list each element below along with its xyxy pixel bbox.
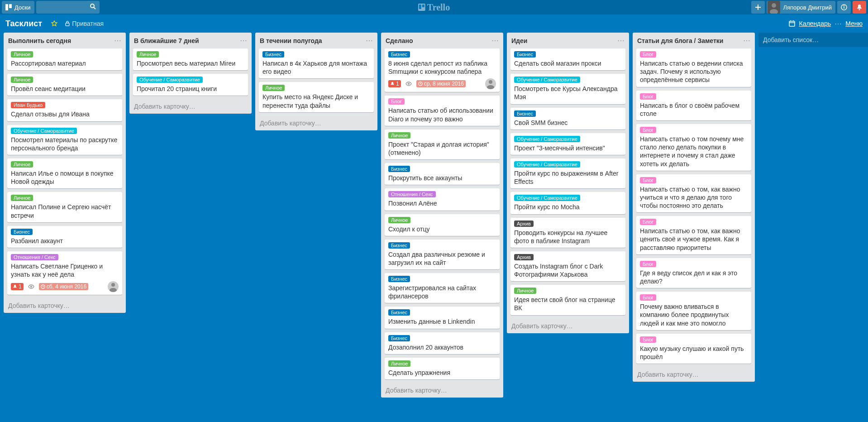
card[interactable]: ЛичноеСделать упражнения [385, 358, 500, 379]
card[interactable]: БизнесИзменить данные в Linkendin [385, 307, 500, 328]
card-labels: Блог [640, 219, 748, 225]
card-labels: Обучение / Саморазвитие [11, 128, 119, 134]
card[interactable]: БизнесНаписал в 4к Харьков для монтажа е… [259, 48, 374, 78]
avatar [768, 1, 780, 14]
card[interactable]: БизнесСвой SMM бизнес [510, 108, 625, 129]
card[interactable]: ЛичноеРассортировал материал [7, 48, 122, 70]
card[interactable]: БизнесПрокрутить все аккаунты [385, 163, 500, 185]
card-text: Какую музыку слушаю и какой путь прошёл [640, 345, 748, 361]
star-button[interactable] [48, 19, 61, 29]
list-title[interactable]: Выполнить сегодня [8, 37, 71, 44]
list-menu-icon[interactable]: ⋯ [366, 36, 373, 45]
add-card-button[interactable]: Добавить карточку… [507, 319, 629, 333]
card[interactable]: ЛичноеПровёл сеанс медитации [7, 74, 122, 96]
list-menu-icon[interactable]: ⋯ [114, 36, 121, 45]
notifications-button[interactable] [853, 1, 866, 14]
user-menu[interactable]: Ляпоров Дмитрий [767, 1, 835, 14]
card[interactable]: БлогКакую музыку слушаю и какой путь про… [636, 334, 751, 364]
card-labels: Бизнес [11, 229, 119, 235]
list-header: Статьи для блога / Заметки⋯ [633, 33, 755, 48]
add-button[interactable] [751, 1, 765, 14]
boards-button[interactable]: Доски [2, 1, 34, 14]
card[interactable]: ЛичноеНаписал Полине и Сергею насчёт вст… [7, 192, 122, 222]
card[interactable]: БлогНаписать статью о том, как важно учи… [636, 174, 751, 213]
card-badges: 1 ср, 8 июня 2016 [388, 78, 496, 89]
card[interactable]: АрхивПроводить конкурсы на лучшее фото в… [510, 218, 625, 248]
card-labels: Личное [137, 51, 244, 58]
card[interactable]: ЛичноеИдея вести свой блог на странице В… [510, 285, 625, 315]
card[interactable]: Обучение / СаморазвитиеПрочитал 20 стран… [133, 74, 248, 96]
trello-logo[interactable]: Trello [418, 2, 450, 13]
card[interactable]: ЛичноеНаписал Илье о помощи в покупке Но… [7, 158, 122, 188]
list-menu-icon[interactable]: ⋯ [743, 36, 750, 45]
card[interactable]: БлогНаписать статью об использовании Dia… [385, 96, 500, 125]
card[interactable]: БизнесРазбанил аккаунт [7, 226, 122, 248]
privacy-button[interactable]: Приватная [61, 18, 107, 29]
add-card-button[interactable]: Добавить карточку… [129, 99, 252, 114]
card[interactable]: БлогНаписать в блог о своём рабочем стол… [636, 91, 751, 120]
card[interactable]: БлогНаписать статью о ведении списка зад… [636, 48, 751, 87]
card-labels: Бизнес [388, 242, 496, 249]
card[interactable]: Обучение / СаморазвитиеПосмотрел материа… [7, 125, 122, 155]
list-title[interactable]: Статьи для блога / Заметки [637, 37, 723, 44]
label: Личное [11, 77, 33, 83]
label: Личное [11, 161, 33, 168]
card[interactable]: Иван БудькоСделал отзывы для Ивана [7, 99, 122, 121]
info-button[interactable] [837, 1, 851, 14]
card[interactable]: БизнесСоздал два различных резюме и загр… [385, 240, 500, 269]
card-text: Просмотрел весь материал Mirеи [137, 59, 244, 67]
member-avatar[interactable] [485, 78, 496, 89]
list-title[interactable]: В ближайшие 7 дней [134, 37, 199, 44]
card[interactable]: ЛичноеПроект "Старая и долгая история" (… [385, 129, 500, 159]
list-title[interactable]: В течении полугода [260, 37, 322, 44]
notification-badge: 1 [11, 283, 24, 290]
svg-rect-0 [5, 4, 8, 10]
card-labels: Личное [514, 288, 622, 294]
card[interactable]: БлогГде я веду список дел и как я это де… [636, 258, 751, 288]
card[interactable]: БлогНаписать статью о том, как важно цен… [636, 216, 751, 254]
card-labels: Блог [640, 93, 748, 100]
due-badge: сб, 4 июня 2016 [39, 283, 88, 290]
add-card-button[interactable]: Добавить карточку… [4, 298, 126, 313]
card-labels: Иван Будько [11, 102, 119, 108]
add-card-button[interactable]: Добавить карточку… [381, 383, 503, 398]
label: Бизнес [11, 229, 33, 235]
member-avatar[interactable] [108, 281, 119, 292]
card[interactable]: БлогНаписать статью о том почему мне ста… [636, 124, 751, 171]
card[interactable]: БизнесДозаполнил 20 аккаунтов [385, 332, 500, 354]
card-text: Сделал отзывы для Ивана [11, 110, 119, 118]
card[interactable]: Отношения / СексПозвонил Алёне [385, 188, 500, 210]
card[interactable]: Обучение / СаморазвитиеПосмотреть все Ку… [510, 74, 625, 104]
list-header: Идеи⋯ [507, 33, 629, 48]
card[interactable]: БизнесЗарегистрировался на сайтах фрилан… [385, 273, 500, 303]
list-menu-icon[interactable]: ⋯ [491, 36, 499, 45]
card[interactable]: Обучение / СаморазвитиеПроект "3-месячны… [510, 133, 625, 155]
list-title[interactable]: Сделано [386, 37, 413, 44]
card[interactable]: Отношения / СексНаписать Светлане Грицен… [7, 251, 122, 295]
calendar-link[interactable]: Календарь [799, 20, 831, 27]
card[interactable]: Бизнес8 июня сделал репост из паблика Sm… [385, 48, 500, 92]
list-menu-icon[interactable]: ⋯ [240, 36, 247, 45]
label: Блог [388, 98, 405, 105]
list-menu-icon[interactable]: ⋯ [617, 36, 625, 45]
board-name[interactable]: Тасклист [5, 19, 42, 29]
card[interactable]: Обучение / СаморазвитиеПройти курс по Mo… [510, 192, 625, 214]
list-cards: БизнесСделать свой магазин проксиОбучени… [507, 48, 629, 319]
card[interactable]: ЛичноеПросмотрел весь материал Mirеи [133, 48, 248, 70]
card[interactable]: АрхивСоздать Instagram блог с Dark Фотог… [510, 251, 625, 281]
card[interactable]: БлогПочему важно вливаться в компанию бо… [636, 292, 751, 330]
add-list-button[interactable]: Добавить список… [758, 33, 868, 47]
card[interactable]: БизнесСделать свой магазин прокси [510, 48, 625, 70]
card-labels: Бизнес [388, 335, 496, 341]
add-card-button[interactable]: Добавить карточку… [633, 367, 755, 382]
list-title[interactable]: Идеи [511, 37, 527, 44]
card[interactable]: Обучение / СаморазвитиеПройти курс по вы… [510, 158, 625, 188]
card-labels: Личное [388, 360, 496, 367]
add-card-button[interactable]: Добавить карточку… [255, 116, 377, 130]
card-labels: Блог [640, 177, 748, 183]
card[interactable]: ЛичноеКупить место на Яндекс Диске и пер… [259, 82, 374, 112]
card[interactable]: ЛичноеСходил к отцу [385, 214, 500, 236]
card-badges: 1 сб, 4 июня 2016 [11, 281, 119, 292]
menu-link[interactable]: Меню [845, 20, 863, 27]
label: Обучение / Саморазвитие [514, 161, 580, 168]
